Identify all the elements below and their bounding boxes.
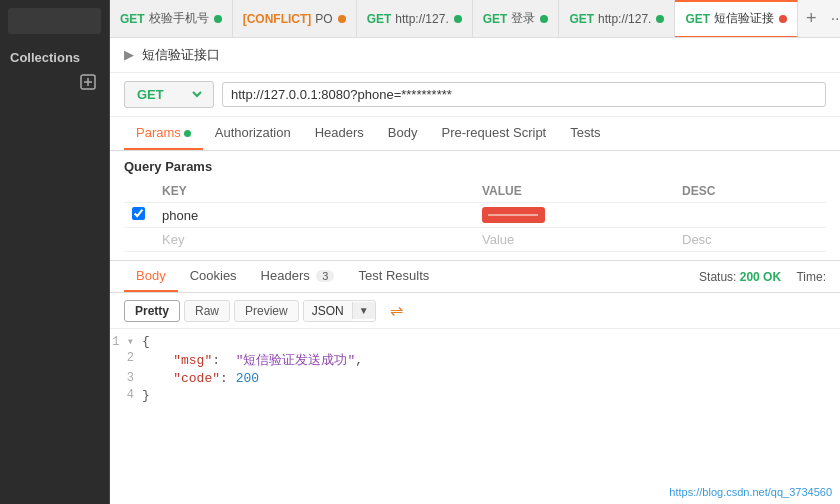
query-params-title: Query Params bbox=[124, 159, 826, 174]
placeholder-key[interactable]: Key bbox=[154, 228, 474, 252]
tab-4-dot bbox=[540, 15, 548, 23]
tab-1-label: 校验手机号 bbox=[149, 10, 209, 27]
row-checkbox[interactable] bbox=[132, 207, 145, 220]
wrap-button[interactable]: ⇌ bbox=[384, 299, 409, 322]
breadcrumb: ▶ 短信验证接口 bbox=[110, 38, 840, 73]
line-content-3: "code": 200 bbox=[142, 371, 840, 386]
new-collection-icon[interactable] bbox=[75, 71, 101, 97]
col-value-header: VALUE bbox=[474, 180, 674, 203]
line-content-4: } bbox=[142, 388, 840, 403]
line-content-2: "msg": "短信验证发送成功", bbox=[142, 351, 840, 369]
row-desc-cell[interactable] bbox=[674, 203, 826, 228]
tab-6-label: 短信验证接 bbox=[714, 10, 774, 27]
line-num-1: 1 ▾ bbox=[110, 334, 142, 349]
response-code-area: 1 ▾ { 2 "msg": "短信验证发送成功", 3 "code": 200 bbox=[110, 329, 840, 504]
tab-4[interactable]: GET 登录 bbox=[473, 0, 560, 38]
sidebar-search[interactable] bbox=[8, 8, 101, 34]
line-num-2: 2 bbox=[110, 351, 142, 365]
req-tab-tests[interactable]: Tests bbox=[558, 117, 612, 150]
tab-2-dot bbox=[338, 15, 346, 23]
watermark-link[interactable]: https://blog.csdn.net/qq_3734560 bbox=[669, 486, 832, 498]
tab-5[interactable]: GET http://127. bbox=[559, 0, 675, 38]
format-preview-button[interactable]: Preview bbox=[234, 300, 299, 322]
resp-tab-cookies[interactable]: Cookies bbox=[178, 261, 249, 292]
sidebar-icon-row bbox=[0, 69, 109, 99]
placeholder-value[interactable]: Value bbox=[474, 228, 674, 252]
breadcrumb-label: 短信验证接口 bbox=[142, 47, 220, 62]
req-tab-authorization[interactable]: Authorization bbox=[203, 117, 303, 150]
format-type-select[interactable]: JSON ▼ bbox=[303, 300, 376, 322]
sidebar: Collections bbox=[0, 0, 110, 504]
resp-tab-body[interactable]: Body bbox=[124, 261, 178, 292]
col-check-header bbox=[124, 180, 154, 203]
placeholder-check[interactable] bbox=[124, 228, 154, 252]
tab-1[interactable]: GET 校验手机号 bbox=[110, 0, 233, 38]
params-section: Query Params KEY VALUE DESC pho bbox=[110, 151, 840, 260]
tab-more-button[interactable]: ··· bbox=[825, 10, 840, 28]
params-table: KEY VALUE DESC phone bbox=[124, 180, 826, 252]
tab-4-label: 登录 bbox=[511, 10, 535, 27]
tab-6[interactable]: GET 短信验证接 bbox=[675, 0, 798, 38]
method-dropdown[interactable]: GET POST PUT DELETE bbox=[133, 86, 205, 103]
response-tabs: Body Cookies Headers 3 Test Results bbox=[124, 261, 441, 292]
params-dot bbox=[184, 130, 191, 137]
format-type-label: JSON bbox=[304, 301, 352, 321]
headers-badge: 3 bbox=[316, 270, 334, 282]
table-row: phone bbox=[124, 203, 826, 228]
code-line-4: 4 } bbox=[110, 387, 840, 404]
table-row-placeholder: Key Value Desc bbox=[124, 228, 826, 252]
tab-4-method: GET bbox=[483, 12, 508, 26]
code-line-3: 3 "code": 200 bbox=[110, 370, 840, 387]
tab-5-label: http://127. bbox=[598, 12, 651, 26]
url-input[interactable] bbox=[222, 82, 826, 107]
tab-1-dot bbox=[214, 15, 222, 23]
req-tab-prerequest[interactable]: Pre-request Script bbox=[429, 117, 558, 150]
req-tab-body[interactable]: Body bbox=[376, 117, 430, 150]
tab-2-method: [CONFLICT] bbox=[243, 12, 312, 26]
request-tabs: Params Authorization Headers Body Pre-re… bbox=[110, 117, 840, 151]
add-tab-button[interactable]: + bbox=[798, 8, 825, 29]
req-tab-params[interactable]: Params bbox=[124, 117, 203, 150]
code-line-2: 2 "msg": "短信验证发送成功", bbox=[110, 350, 840, 370]
redacted-value bbox=[482, 207, 545, 223]
row-value-cell[interactable] bbox=[474, 203, 674, 228]
format-raw-button[interactable]: Raw bbox=[184, 300, 230, 322]
tab-bar: GET 校验手机号 [CONFLICT] PO GET http://127. … bbox=[110, 0, 840, 38]
json-key-code: "code" bbox=[173, 371, 220, 386]
tab-3[interactable]: GET http://127. bbox=[357, 0, 473, 38]
collections-label: Collections bbox=[0, 42, 109, 69]
format-pretty-button[interactable]: Pretty bbox=[124, 300, 180, 322]
tab-3-dot bbox=[454, 15, 462, 23]
time-label: Time: bbox=[796, 270, 826, 284]
json-val-code: 200 bbox=[236, 371, 259, 386]
params-header-row: KEY VALUE DESC bbox=[124, 180, 826, 203]
method-select[interactable]: GET POST PUT DELETE bbox=[124, 81, 214, 108]
response-tabs-bar: Body Cookies Headers 3 Test Results Stat… bbox=[110, 261, 840, 293]
tab-3-method: GET bbox=[367, 12, 392, 26]
resp-tab-test-results[interactable]: Test Results bbox=[346, 261, 441, 292]
col-desc-header: DESC bbox=[674, 180, 826, 203]
search-input[interactable] bbox=[14, 14, 95, 28]
col-key-header: KEY bbox=[154, 180, 474, 203]
json-key-msg: "msg" bbox=[173, 353, 212, 368]
resp-tab-headers[interactable]: Headers 3 bbox=[249, 261, 347, 292]
tab-3-label: http://127. bbox=[395, 12, 448, 26]
main-panel: GET 校验手机号 [CONFLICT] PO GET http://127. … bbox=[110, 0, 840, 504]
status-label: Status: bbox=[699, 270, 740, 284]
line-content-1: { bbox=[142, 334, 840, 349]
tab-5-method: GET bbox=[569, 12, 594, 26]
line-num-3: 3 bbox=[110, 371, 142, 385]
tab-6-method: GET bbox=[685, 12, 710, 26]
code-line-1: 1 ▾ { bbox=[110, 333, 840, 350]
row-checkbox-cell[interactable] bbox=[124, 203, 154, 228]
status-value: 200 OK bbox=[740, 270, 781, 284]
tab-1-method: GET bbox=[120, 12, 145, 26]
row-key-cell[interactable]: phone bbox=[154, 203, 474, 228]
req-tab-headers[interactable]: Headers bbox=[303, 117, 376, 150]
content-area: ▶ 短信验证接口 GET POST PUT DELETE Params Auth… bbox=[110, 38, 840, 504]
line-num-4: 4 bbox=[110, 388, 142, 402]
tab-2[interactable]: [CONFLICT] PO bbox=[233, 0, 357, 38]
format-type-arrow[interactable]: ▼ bbox=[352, 302, 375, 319]
placeholder-desc[interactable]: Desc bbox=[674, 228, 826, 252]
watermark: https://blog.csdn.net/qq_3734560 bbox=[669, 486, 832, 498]
